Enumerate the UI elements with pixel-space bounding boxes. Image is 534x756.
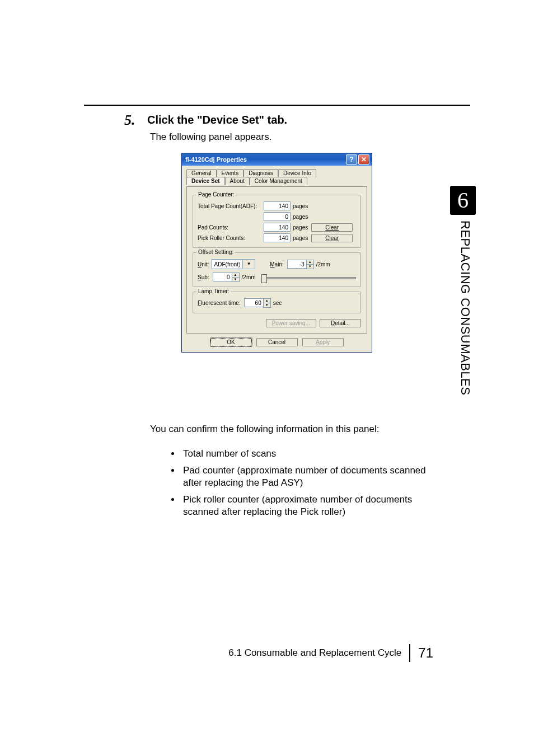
offset-legend: Offset Setting:	[196, 249, 235, 255]
cancel-button[interactable]: Cancel	[256, 338, 298, 346]
tab-device-info[interactable]: Device Info	[278, 169, 316, 177]
apply-button[interactable]: Apply	[302, 338, 344, 346]
properties-dialog: fi-4120Cdj Properties ? ✕ General Events…	[181, 153, 372, 353]
titlebar: fi-4120Cdj Properties ? ✕	[182, 153, 372, 166]
chevron-down-icon[interactable]: ▼	[242, 260, 255, 268]
tab-about[interactable]: About	[225, 177, 250, 185]
sec-unit: sec	[273, 300, 282, 306]
list-item: Total number of scans	[181, 448, 441, 460]
pages-unit: pages	[293, 224, 308, 231]
pages-unit: pages	[293, 203, 308, 209]
sub-value: 0	[213, 273, 232, 281]
step-title: Click the "Device Set" tab.	[147, 114, 287, 126]
sub-label: Sub:	[198, 274, 209, 280]
clear-pad-button[interactable]: Clear	[311, 223, 353, 232]
pages-unit: pages	[293, 235, 308, 241]
ok-button[interactable]: OK	[210, 338, 252, 346]
blank-value: 0	[264, 212, 291, 221]
step-number: 5.	[124, 112, 135, 129]
tabstrip: General Events Diagnosis Device Info Dev…	[186, 169, 367, 187]
list-item: Pick roller counter (approximate number …	[181, 494, 441, 518]
main-spinner[interactable]: -3 ▲▼	[287, 260, 314, 269]
lamp-timer-group: Lamp Timer: Fluorescent time: 60 ▲▼ sec	[193, 292, 361, 313]
footer-section: 6.1 Consumable and Replacement Cycle	[228, 647, 401, 659]
tab-general[interactable]: General	[186, 169, 217, 177]
step-subtext: The following panel appears.	[150, 132, 271, 143]
fluorescent-value: 60	[244, 298, 263, 307]
pages-unit: pages	[293, 214, 308, 220]
page-counter-legend: Page Counter:	[196, 191, 236, 198]
pad-counts-value: 140	[264, 223, 291, 232]
fluorescent-label: Fluorescent time:	[198, 300, 241, 306]
unit-combo[interactable]: ADF(front) ▼	[212, 259, 256, 269]
spinner-buttons[interactable]: ▲▼	[232, 273, 240, 282]
tab-panel: Page Counter: Total Page Count(ADF): 140…	[186, 186, 367, 334]
footer: 6.1 Consumable and Replacement Cycle 71	[153, 644, 433, 662]
confirm-text: You can confirm the following informatio…	[150, 424, 380, 435]
spinner-buttons[interactable]: ▲▼	[263, 298, 271, 308]
offset-setting-group: Offset Setting: Unit: ADF(front) ▼ Main:…	[193, 252, 361, 287]
close-button[interactable]: ✕	[358, 154, 369, 165]
total-page-value: 140	[264, 201, 291, 210]
list-item: Pad counter (approximate number of docum…	[181, 464, 441, 489]
mm-unit: /2mm	[316, 261, 330, 267]
power-saving-button[interactable]: Power saving...	[266, 319, 316, 327]
spinner-buttons[interactable]: ▲▼	[306, 260, 314, 269]
main-value: -3	[287, 260, 306, 269]
footer-separator	[409, 644, 410, 662]
fluorescent-spinner[interactable]: 60 ▲▼	[244, 298, 271, 308]
tab-color-management[interactable]: Color Management	[250, 177, 307, 185]
pick-roller-label: Pick Roller Counts:	[198, 235, 264, 241]
main-label: Main:	[270, 261, 283, 267]
unit-label: Unit:	[198, 261, 209, 267]
page-counter-group: Page Counter: Total Page Count(ADF): 140…	[193, 195, 361, 248]
offset-slider[interactable]	[261, 273, 356, 282]
header-rule	[84, 105, 470, 106]
pad-counts-label: Pad Counts:	[198, 224, 264, 231]
clear-pick-button[interactable]: Clear	[311, 234, 353, 242]
detail-button[interactable]: Detail...	[320, 319, 361, 327]
tab-events[interactable]: Events	[217, 169, 244, 177]
sub-spinner[interactable]: 0 ▲▼	[213, 273, 240, 282]
help-button[interactable]: ?	[346, 154, 357, 165]
chapter-title: REPLACING CONSUMABLES	[458, 220, 472, 433]
lamp-legend: Lamp Timer:	[196, 288, 231, 294]
pick-roller-value: 140	[264, 233, 291, 242]
mm-unit: /2mm	[242, 274, 256, 280]
unit-value: ADF(front)	[212, 261, 243, 267]
footer-page-number: 71	[418, 645, 433, 661]
total-page-label: Total Page Count(ADF):	[198, 203, 264, 209]
tab-device-set[interactable]: Device Set	[186, 177, 225, 185]
window-title: fi-4120Cdj Properties	[184, 156, 247, 163]
tab-diagnosis[interactable]: Diagnosis	[243, 169, 278, 177]
chapter-tab: 6	[450, 186, 476, 215]
bullet-list: Total number of scans Pad counter (appro…	[158, 448, 441, 523]
